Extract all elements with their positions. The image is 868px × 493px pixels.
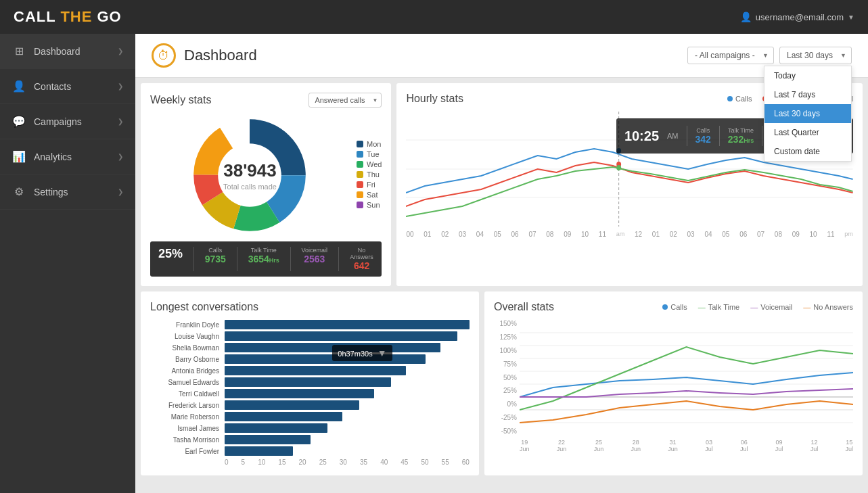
sidebar-item-settings-left: ⚙ Settings (12, 185, 68, 198)
legend-thu: Thu (367, 170, 380, 179)
overall-vm-label: Voicemail (760, 303, 792, 311)
ox-06jul: 06Jul (740, 439, 748, 452)
dropdown-last30[interactable]: Last 30 days (764, 104, 851, 123)
dashboard-header: ⏱ Dashboard - All campaigns - Last 30 da… (135, 34, 868, 78)
ox-09jul: 09Jul (775, 439, 783, 452)
stat-percentage: 25% (158, 247, 183, 271)
x-05pm: 05 (722, 231, 729, 238)
total-calls: 38'943 (223, 160, 277, 181)
overall-xaxis: 19Jun 22Jun 25Jun 28Jun 31Jun 03Jul 06Ju… (520, 438, 853, 452)
sidebar-item-dashboard[interactable]: ⊞ Dashboard ❯ (0, 34, 135, 69)
analytics-chevron: ❯ (118, 153, 123, 160)
talk-time-label: Talk Time (248, 247, 279, 254)
bar-row-10: Tasha Morrison (150, 435, 470, 444)
voicemail-value: 2563 (302, 254, 328, 264)
sidebar-item-campaigns-left: 💬 Campaigns (12, 115, 82, 128)
sidebar-label-contacts: Contacts (34, 81, 71, 92)
bx-20: 20 (299, 459, 306, 466)
legend-fri: Fri (367, 181, 375, 189)
x-am-label: am (616, 231, 625, 238)
ox-15jul: 15Jul (845, 439, 853, 452)
voicemail-label: Voicemail (302, 247, 328, 254)
campaigns-icon: 💬 (12, 115, 26, 128)
bar-fill-8 (225, 412, 342, 421)
bar-container-0 (225, 320, 470, 329)
x-03: 03 (459, 231, 466, 238)
bar-label-4: Antonia Bridges (150, 367, 225, 375)
bar-label-10: Tasha Morrison (150, 436, 225, 444)
sidebar-item-analytics[interactable]: 📊 Analytics ❯ (0, 139, 135, 174)
sidebar-item-dashboard-left: ⊞ Dashboard (12, 45, 81, 57)
dashboard-chevron: ❯ (118, 47, 123, 55)
legend-sat: Sat (367, 191, 378, 199)
overall-talk-label: Talk Time (708, 303, 739, 311)
bar-label-3: Barry Osborne (150, 356, 225, 363)
bar-fill-9 (225, 423, 327, 433)
overall-svg (520, 320, 853, 435)
overall-yaxis: 150% 125% 100% 75% 50% 25% 0% -25% -50% (494, 320, 520, 435)
dropdown-last-quarter[interactable]: Last Quarter (764, 123, 851, 142)
x-01pm: 01 (652, 231, 660, 238)
campaigns-select[interactable]: - All campaigns - (687, 47, 774, 64)
overall-legend: Calls — Talk Time — Voicemail — No Ans (662, 303, 853, 311)
sidebar-item-analytics-left: 📊 Analytics (12, 150, 72, 163)
bx-60: 60 (462, 459, 470, 466)
user-info[interactable]: 👤 username@email.com ▼ (740, 11, 854, 22)
clock-icon: ⏱ (152, 43, 176, 68)
bar-row-5: Samuel Edwards (150, 377, 470, 387)
x-09pm: 09 (792, 231, 800, 238)
x-00: 00 (406, 231, 413, 238)
legend-mon: Mon (367, 140, 381, 148)
dashboard-controls: - All campaigns - Last 30 days Today Las… (687, 47, 852, 64)
bx-10: 10 (258, 459, 265, 466)
stat-pct-value: 25% (158, 247, 183, 261)
stat-no-answers: No Answers 642 (350, 247, 374, 271)
y-125: 125% (494, 333, 517, 341)
dropdown-last7[interactable]: Last 7 days (764, 85, 851, 104)
campaigns-select-wrap[interactable]: - All campaigns - (687, 47, 774, 64)
date-range-select[interactable]: Last 30 days (779, 47, 852, 64)
talk-time-value: 3654Hrs (248, 254, 279, 264)
weekly-filter[interactable]: Answered calls (309, 93, 382, 108)
overall-chart-container: 150% 125% 100% 75% 50% 25% 0% -25% -50% (494, 320, 853, 452)
weekly-filter-wrap[interactable]: Answered calls (309, 93, 382, 108)
user-dropdown-arrow[interactable]: ▼ (848, 14, 854, 21)
legend-wed: Wed (367, 160, 382, 168)
bar-row-0: Franklin Doyle (150, 320, 470, 329)
bx-5: 5 (242, 459, 246, 466)
calls-legend-label: Calls (735, 95, 752, 103)
bar-fill-11 (225, 446, 293, 456)
dropdown-today[interactable]: Today (764, 66, 851, 85)
dashboard-icon: ⊞ (12, 45, 26, 57)
username: username@email.com (756, 12, 844, 22)
calls-label: Calls (205, 247, 226, 254)
bar-container-2 (225, 343, 470, 352)
dropdown-custom[interactable]: Custom date (764, 142, 851, 161)
bar-fill-7 (225, 400, 359, 410)
overall-talk-dot: — (698, 303, 706, 311)
logo: CALL THE GO (14, 8, 122, 26)
bar-fill-3 (225, 354, 426, 364)
sidebar-item-campaigns[interactable]: 💬 Campaigns ❯ (0, 104, 135, 139)
bar-row-7: Frederick Larson (150, 400, 470, 410)
sidebar: ⊞ Dashboard ❯ 👤 Contacts ❯ 💬 Campaigns ❯… (0, 34, 135, 493)
bar-fill-10 (225, 435, 311, 444)
divider4 (338, 247, 339, 271)
divider2 (237, 247, 237, 271)
sidebar-label-dashboard: Dashboard (34, 46, 81, 57)
sidebar-item-settings[interactable]: ⚙ Settings ❯ (0, 174, 135, 210)
hourly-title: Hourly stats (406, 93, 463, 105)
bar-row-1: Louise Vaughn (150, 331, 470, 341)
y-0: 0% (494, 400, 517, 408)
bx-25: 25 (319, 459, 327, 466)
overall-calls-dot (662, 304, 668, 310)
longest-conversations-panel: Longest conversations Franklin Doyle Lou… (141, 291, 479, 475)
sidebar-item-contacts[interactable]: 👤 Contacts ❯ (0, 69, 135, 104)
date-range-select-wrap[interactable]: Last 30 days Today Last 7 days Last 30 d… (779, 47, 852, 64)
bar-fill-6 (225, 389, 374, 398)
legend-tue: Tue (367, 150, 380, 158)
divider3 (290, 247, 291, 271)
overall-header: Overall stats Calls — Talk Time — Voice (494, 301, 853, 313)
stat-voicemail: Voicemail 2563 (302, 247, 328, 271)
bar-label-7: Frederick Larson (150, 402, 225, 409)
